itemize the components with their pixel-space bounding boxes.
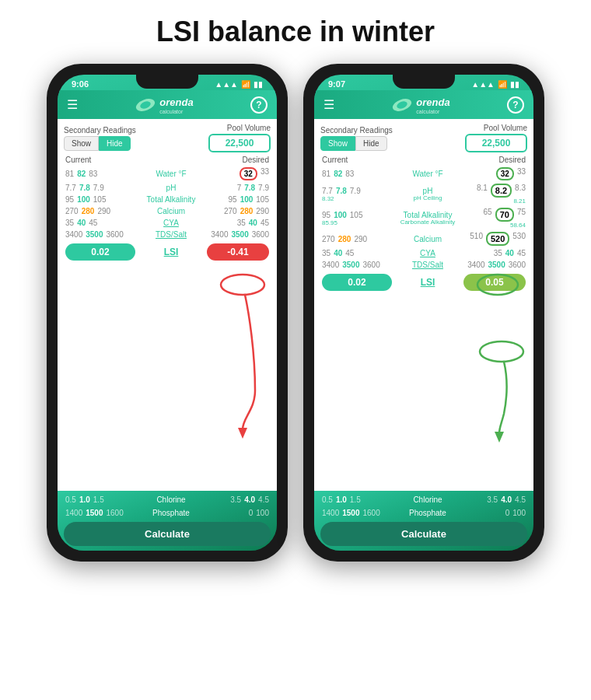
phone2-calculate-button[interactable]: Calculate <box>320 522 527 546</box>
phone1-cya-d2: 40 <box>249 219 257 227</box>
phone1-lsi-label[interactable]: LSI <box>138 247 204 257</box>
phone2-alk-d3: 75 <box>517 208 526 222</box>
phone2-status-icons: ▲▲▲ 📶 ▮▮ <box>471 80 519 89</box>
phone2-chlorine-c3: 1.5 <box>350 495 361 504</box>
phone2-phosphate-desired: 0 100 <box>463 509 526 517</box>
phone2-alk-sub1: 85.95 <box>322 219 392 226</box>
phone2-help-button[interactable]: ? <box>507 96 524 114</box>
phone1-ph-row: 7.7 7.8 7.9 pH 7 7.8 7.9 <box>64 182 271 194</box>
phone2-bottom-section: 0.5 1.0 1.5 Chlorine 3.5 4.0 4.5 <box>314 491 533 551</box>
phone1-water-d1: 32 <box>240 167 257 180</box>
phone2-tds-d2: 3500 <box>488 261 505 269</box>
phone2-water-current: 81 82 83 <box>322 170 392 178</box>
phone1-status-icons: ▲▲▲ 📶 ▮▮ <box>215 80 263 89</box>
phone2-cya-label[interactable]: CYA <box>392 249 463 257</box>
phone1-tds-current: 3400 3500 3600 <box>65 230 135 239</box>
phone1-calcium-current: 270 280 290 <box>65 207 135 215</box>
phone2-alk-desired-group: 65 70 75 58.64 <box>463 208 526 229</box>
phone1-calculate-button[interactable]: Calculate <box>64 522 271 546</box>
phone1-chlorine-c2: 1.0 <box>79 495 90 504</box>
phone1-alk-label: Total Alkalinity <box>135 195 207 204</box>
phone2-app-content: Secondary Readings Show Hide Pool Volume… <box>314 119 533 491</box>
phone1-chlorine-row: 0.5 1.0 1.5 Chlorine 3.5 4.0 4.5 <box>64 494 271 506</box>
phone1-pool-volume[interactable]: 22,500 <box>208 134 271 152</box>
phone1-battery-icon: ▮▮ <box>254 80 263 89</box>
phone2-alk-desired: 65 70 75 <box>484 208 526 222</box>
phone1-calcium-d2: 280 <box>240 207 254 215</box>
phone1-calcium-c2: 280 <box>82 207 95 215</box>
phone1-hide-button[interactable]: Hide <box>99 136 131 151</box>
phone1-phosphate-c1: 1400 <box>65 509 82 517</box>
phone2-alk-current: 95 100 105 <box>322 211 392 219</box>
phone1-calcium-c3: 290 <box>97 207 110 215</box>
phone1-alk-d1: 95 <box>229 195 237 204</box>
phone1-lsi-row: 0.02 LSI -0.41 <box>64 240 271 264</box>
phone1-phosphate-d1: 0 <box>249 509 254 517</box>
phone2-alk-label: Total Alkalinity Carbonate Alkalinity <box>392 211 463 226</box>
phone2-hide-button[interactable]: Hide <box>355 136 387 151</box>
page-title: LSI balance in winter <box>156 16 435 48</box>
phone1-secondary-row: Secondary Readings Show Hide Pool Volume… <box>64 124 271 152</box>
phone2-phosphate-current: 1400 1500 1600 <box>322 509 392 517</box>
phone1-water-c1: 81 <box>65 170 74 178</box>
phone1-tds-d1: 3400 <box>211 230 228 239</box>
phone2-show-button[interactable]: Show <box>320 136 355 151</box>
phone1-tds-c2: 3500 <box>86 230 103 239</box>
phone1-show-button[interactable]: Show <box>64 136 99 151</box>
phone2-ph-c1: 7.7 <box>322 187 333 195</box>
phone2-lsi-current: 0.02 <box>322 274 392 291</box>
phone1-tds-d3: 3600 <box>252 230 269 239</box>
phone1-desired-header: Desired <box>207 156 269 164</box>
phone1-cya-c1: 35 <box>65 219 74 227</box>
phone1-water-c3: 83 <box>89 170 97 178</box>
phone2-tds-row: 3400 3500 3600 TDS/Salt 3400 3500 3600 <box>320 259 527 271</box>
phone1-app-header: ☰ orenda calculator ? <box>58 90 277 119</box>
phone2-ph-current-group: 7.7 7.8 7.9 8.32 <box>322 187 392 202</box>
phone1-help-button[interactable]: ? <box>250 96 268 114</box>
phone2-cya-d2: 40 <box>505 249 514 257</box>
phone1-alk-c1: 95 <box>65 195 74 204</box>
phone2-lsi-row: 0.02 LSI 0.05 <box>320 271 527 294</box>
phone1-pool-volume-group: Pool Volume 22,500 <box>208 124 271 152</box>
phone1-frame: 9:06 ▲▲▲ 📶 ▮▮ ☰ <box>47 64 288 562</box>
phone2-calcium-c3: 290 <box>354 235 367 243</box>
phone2-show-hide: Show Hide <box>320 136 393 151</box>
phone1-phosphate-desired: 0 100 <box>207 509 269 517</box>
phone1-ph-desired: 7 7.8 7.9 <box>207 184 269 192</box>
phone1-water-c2: 82 <box>77 170 86 178</box>
phone2-tds-label[interactable]: TDS/Salt <box>392 261 463 269</box>
phone1-water-row: 81 82 83 Water °F 32 33 <box>64 166 271 182</box>
phone1-chlorine-label: Chlorine <box>135 495 207 504</box>
phone2-ph-main-label: pH <box>423 187 433 195</box>
phone2-water-d2: 33 <box>517 167 526 180</box>
phone1-alk-c2: 100 <box>77 195 90 204</box>
phone2-menu-icon[interactable]: ☰ <box>323 97 334 112</box>
phone2-ph-desired-group: 8.1 8.2 8.3 8.21 <box>463 184 526 205</box>
phone2-ph-sub2: 8.21 <box>513 198 526 205</box>
phone1-tds-label[interactable]: TDS/Salt <box>135 230 207 239</box>
phone1-cya-desired: 35 40 45 <box>207 219 269 227</box>
phone1-lsi-desired: -0.41 <box>207 243 269 261</box>
phone1-water-label: Water °F <box>135 170 207 178</box>
phone1-tds-c1: 3400 <box>65 230 82 239</box>
phone1-menu-icon[interactable]: ☰ <box>67 97 78 112</box>
phone1-ph-label: pH <box>135 184 207 192</box>
phone2-tds-d3: 3600 <box>509 261 526 269</box>
phone2-pool-volume[interactable]: 22,500 <box>465 134 527 152</box>
phone1-calcium-desired: 270 280 290 <box>207 207 269 215</box>
phone2-logo-text: orenda <box>416 96 449 108</box>
phone2-pool-volume-group: Pool Volume 22,500 <box>465 124 527 152</box>
phone1-cya-label[interactable]: CYA <box>135 219 207 227</box>
phone2-cya-d3: 45 <box>517 249 526 257</box>
phone1-calcium-d1: 270 <box>224 207 237 215</box>
phone2-alk-d1: 65 <box>484 208 492 222</box>
phone1-col-headers: Current Desired <box>64 156 271 164</box>
phone1-water-current: 81 82 83 <box>65 170 135 178</box>
phone2-ph-row: 7.7 7.8 7.9 8.32 pH pH Ceiling <box>320 182 527 206</box>
phone1-ph-c1: 7.7 <box>65 184 76 192</box>
phone1-time: 9:06 <box>72 79 89 89</box>
phone2-lsi-label[interactable]: LSI <box>395 277 460 288</box>
phone1-calcium-c1: 270 <box>65 207 79 215</box>
phone2-phosphate-row: 1400 1500 1600 Phosphate 0 100 <box>320 507 527 519</box>
phone2-screen: 9:07 ▲▲▲ 📶 ▮▮ ☰ <box>314 75 533 551</box>
